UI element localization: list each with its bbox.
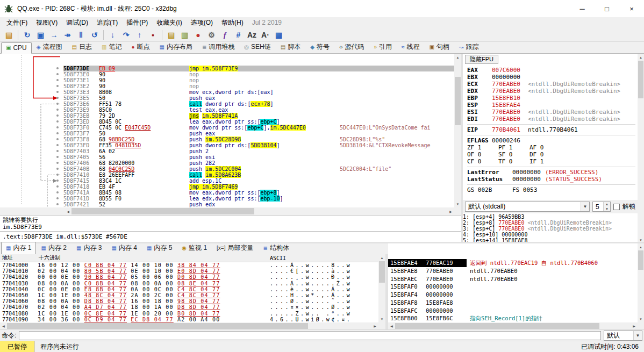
calling-convention-select[interactable]: 默认 (stdcall) ▼ xyxy=(465,202,590,212)
dump-row[interactable]: 7704102000 00 0E 00 90 B8 04 77 05 00 06… xyxy=(0,274,378,280)
disasm-row[interactable]: 5D8F73FDFF35 0481D35Dpush dword ptr ds:[… xyxy=(0,142,454,148)
menu-item[interactable]: 插件(P) xyxy=(122,17,152,28)
tab-handles[interactable]: ▣句柄 xyxy=(425,41,454,54)
argument-row[interactable]: 1: [esp+4] 96A59BB3 xyxy=(463,214,638,220)
tab-dump4[interactable]: ▦内存 4 xyxy=(106,242,141,255)
scroll-down-icon[interactable]: ▼ xyxy=(454,200,461,207)
register-row[interactable]: LastStatus00000000(STATUS_SUCCESS) xyxy=(467,176,635,183)
tab-symbols[interactable]: ◆符号 xyxy=(305,41,334,54)
log-window-button[interactable]: ▤ xyxy=(164,28,178,41)
dump-row[interactable]: 7704107002 00 04 00 A4 D7 04 77 18 00 1A… xyxy=(0,304,378,310)
menu-item[interactable]: 调试(D) xyxy=(62,17,92,28)
disasm-row[interactable]: 5D8F73E38B08mov ecx,dword ptr ds:[eax] xyxy=(0,89,454,95)
scroll-right-icon[interactable]: ▶ xyxy=(631,322,638,329)
tab-source[interactable]: ‹›源代码 xyxy=(334,41,369,54)
disassembly-pane[interactable]: 5D8F73DEEB 09jmp im.5D8F73E95D8F73E090no… xyxy=(0,54,454,207)
pause-button[interactable]: ‖ xyxy=(74,28,88,41)
menu-item[interactable]: 帮助(H) xyxy=(217,17,248,28)
tab-dump5[interactable]: ▦内存 5 xyxy=(142,242,177,255)
disasm-row[interactable]: 5D8F73F0C745 0C E047C45Dmov dword ptr ss… xyxy=(0,125,454,131)
flags-row[interactable]: ZF 1PF 1AF 0 xyxy=(467,144,635,151)
command-input[interactable] xyxy=(19,331,601,340)
tab-threads[interactable]: ≈线程 xyxy=(397,41,425,54)
flags-row[interactable]: CF 0TF 0IF 1 xyxy=(467,158,635,165)
registers-vertical-scrollbar[interactable]: ▲ ▼ xyxy=(638,54,644,243)
settings-button[interactable]: ⚙ xyxy=(205,28,218,41)
run-button[interactable]: → xyxy=(47,28,61,41)
tab-dump3[interactable]: ▦内存 3 xyxy=(71,242,106,255)
chevron-down-icon[interactable]: ▼ xyxy=(581,202,589,211)
spin-down-icon[interactable]: ▼ xyxy=(604,207,610,212)
step-into-button[interactable]: ↓ xyxy=(106,28,119,41)
tab-struct[interactable]: ≣结构体 xyxy=(259,242,294,255)
tab-locals[interactable]: [x=]局部变量 xyxy=(212,242,258,255)
menu-item[interactable]: 收藏夹(I) xyxy=(152,17,186,28)
functions-button[interactable]: ƒ xyxy=(218,28,232,41)
disasm-row[interactable]: 5D8F73E550push eax xyxy=(0,95,454,101)
register-row[interactable]: EDI770EABE0<ntdll.DbgUiRemoteBreakin> xyxy=(467,116,635,123)
stack-row[interactable]: 15E8FAFC00000000 xyxy=(388,307,638,315)
scroll-up-icon[interactable]: ▲ xyxy=(638,243,644,250)
register-row[interactable]: ESI770EABE0<ntdll.DbgUiRemoteBreakin> xyxy=(467,109,635,116)
dump-row[interactable]: 7704109034 00 36 00 0C D9 04 77 EC D8 04… xyxy=(0,317,378,322)
dump-row[interactable]: 770410501C 00 1E 00 48 8C 04 77 2A 00 2C… xyxy=(0,292,378,298)
stop-button[interactable]: ▣ xyxy=(34,28,47,41)
disasm-row[interactable]: 5D8F7418EB 4Fjmp im.5D8F7469 xyxy=(0,184,454,190)
dump-row[interactable]: 770410801C 00 1E 00 0C 8E 04 77 1E 00 20… xyxy=(0,311,378,317)
tab-breakpoints[interactable]: ●断点 xyxy=(126,41,154,54)
notes-window-button[interactable]: ▥ xyxy=(178,28,191,41)
close-debuggee-button[interactable]: ▪ xyxy=(146,28,160,41)
disasm-row[interactable]: 5D8F73F750push eax xyxy=(0,131,454,137)
argument-row[interactable]: 3: [esp+C] 770EABE0 <ntdll.DbgUiRemoteBr… xyxy=(463,226,638,232)
stack-row[interactable]: 15E8FAF000000000 xyxy=(388,283,638,291)
stack-row[interactable]: 15E8FAF815E8FAE8 xyxy=(388,299,638,307)
menu-item[interactable]: 选项(O) xyxy=(187,17,217,28)
dump-row[interactable]: 770410400C 00 0E 00 E8 8B 04 77 0A 00 0C… xyxy=(0,286,378,292)
scroll-right-icon[interactable]: ▶ xyxy=(447,207,454,215)
close-button[interactable]: × xyxy=(619,0,644,17)
register-row[interactable]: ECX770EABE0<ntdll.DbgUiRemoteBreakin> xyxy=(467,81,635,88)
disasm-row[interactable]: 5D8F73DEEB 09jmp im.5D8F73E9 xyxy=(0,66,454,71)
restart-button[interactable]: ↻ xyxy=(20,28,34,41)
tab-notes[interactable]: ▥笔记 xyxy=(97,41,126,54)
tab-dump2[interactable]: ▦内存 2 xyxy=(36,242,71,255)
scroll-up-icon[interactable]: ▲ xyxy=(378,254,385,261)
scrollbar-thumb[interactable] xyxy=(7,323,308,329)
dump-row[interactable]: 7704101002 00 04 00 80 5B 04 77 0E 00 10… xyxy=(0,268,378,274)
register-row[interactable]: EDX770EABE0<ntdll.DbgUiRemoteBreakin> xyxy=(467,88,635,95)
scroll-down-icon[interactable]: ▼ xyxy=(638,315,644,322)
disasm-row[interactable]: 5D8F741583C4 1Cadd esp,1C xyxy=(0,178,454,184)
tab-watch1[interactable]: ◉监视 1 xyxy=(177,242,212,255)
disasm-row[interactable]: 5D8F741A8B45 08mov eax,dword ptr ss:[ebp… xyxy=(0,190,454,196)
maximize-button[interactable]: □ xyxy=(595,0,619,17)
scrollbar-thumb[interactable] xyxy=(638,61,643,98)
disasm-row[interactable]: 5D8F7410E8 26EEFAFFcall im.5D8A623B xyxy=(0,172,454,178)
tab-graph[interactable]: ◈流程图 xyxy=(32,41,67,54)
appearance-button[interactable]: Az xyxy=(245,28,259,41)
scroll-down-icon[interactable]: ▼ xyxy=(378,315,385,322)
scroll-right-icon[interactable]: ▶ xyxy=(371,322,378,329)
scrollbar-track[interactable] xyxy=(454,61,461,200)
stack-row[interactable]: 15E8FAEC770EABE0ntdll.770EABE0 xyxy=(388,275,638,283)
animate-button[interactable]: ↺ xyxy=(88,28,101,41)
scroll-up-icon[interactable]: ▲ xyxy=(638,54,644,61)
highlighting-button[interactable]: A· xyxy=(259,28,272,41)
disasm-horizontal-scrollbar[interactable]: ◀ ▶ xyxy=(65,207,454,215)
tab-references[interactable]: »引用 xyxy=(369,41,397,54)
tab-dump1[interactable]: ▦内存 1 xyxy=(1,242,36,255)
register-row[interactable]: EBX00000000 xyxy=(467,74,635,81)
disasm-row[interactable]: 5D8F741D8D55 F0lea edx,dword ptr ss:[ebp… xyxy=(0,196,454,202)
dump-rows[interactable]: 7704100016 00 12 00 C0 8B 04 77 14 00 10… xyxy=(0,262,378,322)
unlock-checkbox[interactable] xyxy=(613,204,620,210)
disasm-vertical-scrollbar[interactable]: ▲ ▼ xyxy=(454,54,461,207)
dump-vertical-scrollbar[interactable]: ▲ ▼ xyxy=(378,254,385,322)
disasm-row[interactable]: 5D8F73E985C0test eax,eax xyxy=(0,107,454,113)
register-row[interactable]: EFLAGS00000246 xyxy=(467,137,635,144)
tab-memory-map[interactable]: ▦内存布局 xyxy=(154,41,197,54)
scrollbar-track[interactable] xyxy=(638,250,644,315)
register-row[interactable]: EBP15E8FB10 xyxy=(467,95,635,102)
step-over-button[interactable]: ↷ xyxy=(119,28,133,41)
scrollbar-thumb[interactable] xyxy=(71,208,254,214)
stack-vertical-scrollbar[interactable]: ▲ ▼ xyxy=(638,243,644,322)
dump-row[interactable]: 7704106008 00 0A 00 D8 8B 04 77 16 00 18… xyxy=(0,298,378,304)
